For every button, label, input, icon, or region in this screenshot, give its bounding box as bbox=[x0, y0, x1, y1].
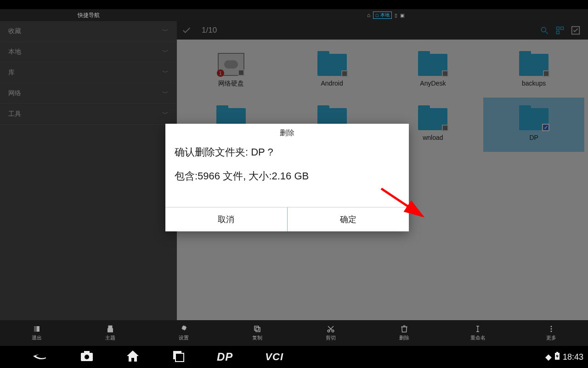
dialog-message-line1: 确认删除文件夹: DP ? bbox=[175, 145, 400, 159]
tb-settings[interactable]: 设置 bbox=[147, 320, 220, 346]
wifi-icon: ◆ bbox=[545, 352, 552, 362]
svg-rect-28 bbox=[175, 353, 184, 362]
svg-rect-26 bbox=[84, 351, 90, 353]
vci-logo[interactable]: VCI bbox=[265, 351, 283, 363]
black-status-strip bbox=[0, 0, 588, 9]
tb-theme[interactable]: 主题 bbox=[74, 320, 147, 346]
theme-icon bbox=[106, 325, 114, 333]
trash-icon bbox=[400, 325, 408, 333]
chevron-down-icon: ﹀ bbox=[162, 69, 169, 77]
gear-icon bbox=[180, 325, 188, 333]
chevron-down-icon: ﹀ bbox=[162, 110, 169, 118]
cancel-button[interactable]: 取消 bbox=[165, 207, 287, 231]
copy-icon bbox=[253, 325, 261, 333]
exit-icon bbox=[33, 325, 41, 333]
dialog-title: 删除 bbox=[165, 124, 409, 143]
location-bar: ⌂ ▢ 本地 ▯ ▣ bbox=[177, 12, 588, 19]
sidebar: 收藏﹀ 本地﹀ 库﹀ 网络﹀ 工具﹀ bbox=[0, 21, 177, 320]
tb-cut[interactable]: 剪切 bbox=[294, 320, 368, 346]
chevron-down-icon: ﹀ bbox=[162, 89, 169, 98]
more-icon bbox=[547, 325, 555, 333]
back-icon[interactable] bbox=[32, 350, 48, 364]
dialog-message-line2: 包含:5966 文件, 大小:2.16 GB bbox=[175, 169, 400, 183]
sidebar-item-local[interactable]: 本地﹀ bbox=[0, 42, 177, 63]
svg-point-22 bbox=[551, 328, 552, 330]
rename-icon bbox=[474, 325, 482, 333]
sidebar-item-network[interactable]: 网络﹀ bbox=[0, 83, 177, 104]
svg-rect-30 bbox=[556, 352, 558, 353]
status-area: ◆ 18:43 bbox=[545, 352, 588, 362]
delete-dialog: 删除 确认删除文件夹: DP ? 包含:5966 文件, 大小:2.16 GB … bbox=[165, 124, 409, 231]
bottom-toolbar: 退出 主题 设置 复制 剪切 删除 重命名 更多 bbox=[0, 320, 588, 346]
cloud-icon[interactable]: ▣ bbox=[400, 13, 404, 18]
system-nav-bar: DP VCI ◆ 18:43 bbox=[0, 346, 588, 368]
tb-exit[interactable]: 退出 bbox=[0, 320, 74, 346]
tb-delete[interactable]: 删除 bbox=[368, 320, 441, 346]
sidebar-item-tools[interactable]: 工具﹀ bbox=[0, 104, 177, 125]
chevron-down-icon: ﹀ bbox=[162, 27, 169, 35]
svg-rect-8 bbox=[34, 326, 37, 332]
home-icon[interactable]: ⌂ bbox=[367, 12, 370, 18]
sidebar-item-favorites[interactable]: 收藏﹀ bbox=[0, 21, 177, 42]
svg-rect-10 bbox=[256, 328, 260, 332]
scissors-icon bbox=[327, 325, 335, 333]
svg-rect-11 bbox=[254, 326, 259, 330]
confirm-button[interactable]: 确定 bbox=[287, 207, 409, 231]
dp-logo[interactable]: DP bbox=[217, 351, 233, 363]
chevron-down-icon: ﹀ bbox=[162, 48, 169, 56]
device-icon[interactable]: ▯ bbox=[395, 13, 397, 18]
svg-point-21 bbox=[551, 326, 552, 327]
sidebar-item-library[interactable]: 库﹀ bbox=[0, 63, 177, 83]
camera-icon[interactable] bbox=[80, 350, 94, 364]
app-header: 快捷导航 ⌂ ▢ 本地 ▯ ▣ bbox=[0, 9, 588, 21]
tb-more[interactable]: 更多 bbox=[514, 320, 588, 346]
svg-point-25 bbox=[85, 355, 89, 359]
battery-icon bbox=[554, 352, 560, 362]
clock: 18:43 bbox=[563, 352, 583, 362]
location-tag[interactable]: ▢ 本地 bbox=[373, 12, 392, 19]
tb-copy[interactable]: 复制 bbox=[220, 320, 294, 346]
home-icon[interactable] bbox=[126, 350, 140, 364]
recent-icon[interactable] bbox=[172, 350, 185, 364]
svg-point-23 bbox=[551, 331, 552, 332]
quick-nav-title: 快捷导航 bbox=[0, 12, 177, 19]
tb-rename[interactable]: 重命名 bbox=[441, 320, 514, 346]
